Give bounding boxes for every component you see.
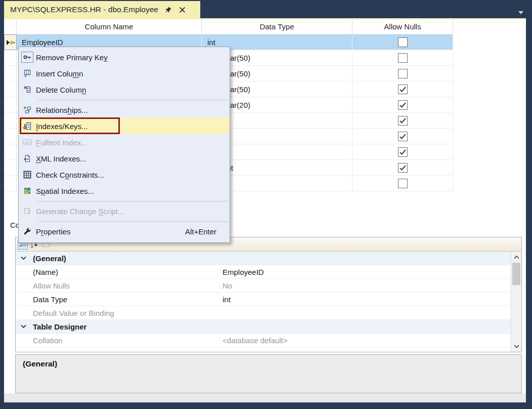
allow-nulls-checkbox[interactable] — [398, 100, 408, 110]
allow-nulls-header[interactable]: Allow Nulls — [352, 19, 453, 34]
row-selector[interactable] — [4, 176, 17, 191]
row-selector[interactable] — [4, 81, 17, 97]
property-row[interactable]: Allow Nulls No — [16, 279, 511, 293]
shortcut-label: Alt+Enter — [185, 227, 230, 236]
allow-nulls-cell — [352, 97, 453, 113]
column-name-header[interactable]: Column Name — [17, 19, 202, 34]
property-label: Allow Nulls — [31, 281, 219, 290]
property-row[interactable]: Default Value or Binding — [16, 306, 511, 320]
menu-item-spatial-indexes[interactable]: Spatial Indexes... — [19, 183, 230, 199]
property-row[interactable]: (Name) EmployeeID — [16, 265, 511, 279]
allow-nulls-checkbox[interactable] — [398, 85, 408, 94]
menu-separator — [38, 201, 229, 201]
description-title: (General) — [23, 359, 57, 368]
row-selector[interactable] — [4, 97, 17, 113]
property-value[interactable]: <database default> — [219, 336, 511, 345]
property-value[interactable]: int — [219, 295, 511, 304]
menu-item-remove-primary-key[interactable]: Remove Primary Key — [19, 49, 230, 65]
property-label: Collation — [31, 336, 219, 345]
allow-nulls-checkbox[interactable] — [398, 116, 408, 126]
menu-item-xml-indexes[interactable]: XML Indexes... — [19, 150, 230, 167]
row-selector[interactable] — [4, 34, 17, 50]
allow-nulls-cell — [352, 66, 453, 81]
menu-item-delete-column[interactable]: Delete Column — [19, 81, 230, 98]
allow-nulls-checkbox[interactable] — [398, 163, 408, 173]
scroll-up-icon[interactable] — [511, 253, 521, 262]
row-selector[interactable] — [4, 50, 17, 66]
vertical-scrollbar[interactable] — [511, 252, 521, 352]
property-row[interactable]: Collation <database default> — [16, 334, 511, 347]
scroll-down-icon[interactable] — [511, 342, 521, 351]
allow-nulls-cell — [352, 144, 453, 160]
scrollbar-thumb[interactable] — [512, 263, 520, 285]
row-selector[interactable] — [4, 144, 17, 160]
current-row-arrow-icon — [7, 40, 10, 45]
fulltext-index-icon: abc — [19, 139, 36, 145]
column-properties-panel: ZA (General) (Name) EmployeeID — [15, 237, 522, 352]
property-label: Default Value or Binding — [31, 309, 219, 317]
row-selector[interactable] — [4, 66, 17, 81]
section-title: (General) — [31, 254, 219, 263]
pin-icon[interactable] — [164, 6, 172, 14]
allow-nulls-cell — [352, 160, 453, 176]
allow-nulls-cell — [352, 113, 453, 129]
data-type-header[interactable]: Data Type — [202, 19, 352, 34]
allow-nulls-cell — [352, 34, 453, 50]
menu-item-insert-column[interactable]: Insert Column — [19, 65, 230, 81]
document-tab[interactable]: MYPC\SQLEXPRESS.HR - dbo.Employee — [4, 1, 200, 18]
property-row[interactable]: Data Type int — [16, 293, 511, 306]
menu-separator — [38, 221, 229, 222]
chevron-down-icon[interactable] — [16, 324, 31, 329]
xml-document-icon — [19, 154, 36, 162]
wrench-icon — [19, 227, 36, 235]
property-section-header[interactable]: (General) — [16, 252, 511, 265]
menu-item-generate-change-script: Generate Change Script... — [19, 203, 230, 219]
allow-nulls-cell — [352, 81, 453, 97]
menu-separator — [38, 100, 229, 100]
menu-item-fulltext-index: abc Fulltext Index... — [19, 134, 230, 150]
allow-nulls-cell — [352, 129, 453, 144]
close-icon[interactable] — [179, 6, 187, 14]
chevron-down-icon[interactable] — [16, 256, 31, 260]
allow-nulls-checkbox[interactable] — [398, 179, 408, 188]
allow-nulls-checkbox[interactable] — [398, 147, 408, 157]
allow-nulls-checkbox[interactable] — [398, 69, 408, 78]
property-section-header[interactable]: Table Designer — [16, 320, 511, 334]
script-icon — [19, 207, 36, 215]
menu-item-check-constraints[interactable]: Check Constraints... — [19, 167, 230, 183]
map-key-icon — [19, 187, 36, 195]
relationships-icon — [19, 106, 36, 114]
grid-header-row: Column Name Data Type Allow Nulls — [4, 19, 453, 34]
table-grid-icon — [19, 171, 36, 179]
context-menu: Remove Primary Key Insert Column Delete … — [18, 47, 230, 243]
menu-item-properties[interactable]: Properties Alt+Enter — [19, 223, 230, 239]
svg-text:A: A — [31, 245, 33, 248]
row-selector-header[interactable] — [4, 19, 17, 34]
section-title: Table Designer — [31, 322, 219, 331]
row-selector[interactable] — [4, 113, 17, 129]
property-value[interactable]: EmployeeID — [219, 268, 511, 276]
indexes-keys-icon — [19, 122, 36, 130]
tab-list-chevron-down-icon[interactable] — [518, 8, 524, 12]
property-value[interactable]: No — [219, 281, 511, 290]
allow-nulls-checkbox[interactable] — [398, 53, 408, 63]
row-selector[interactable] — [4, 160, 17, 176]
property-label: (Name) — [31, 268, 219, 276]
row-selector[interactable] — [4, 129, 17, 144]
primary-key-icon — [10, 41, 15, 44]
tab-title: MYPC\SQLEXPRESS.HR - dbo.Employee — [10, 5, 158, 14]
property-description-panel: (General) — [15, 354, 522, 393]
delete-column-icon — [19, 86, 36, 94]
property-label: Data Type — [31, 295, 219, 304]
allow-nulls-cell — [352, 176, 453, 191]
allow-nulls-checkbox[interactable] — [398, 132, 408, 141]
menu-item-relationships[interactable]: Relationships... — [19, 102, 230, 118]
menu-item-indexes-keys[interactable]: Indexes/Keys... — [19, 118, 230, 134]
insert-column-icon — [19, 69, 36, 77]
key-icon — [21, 52, 33, 63]
allow-nulls-cell — [352, 50, 453, 66]
svg-text:abc: abc — [24, 140, 30, 145]
property-grid: (General) (Name) EmployeeID Allow Nulls … — [16, 252, 511, 352]
panel-footer-strip — [4, 393, 526, 402]
allow-nulls-checkbox[interactable] — [398, 37, 408, 47]
